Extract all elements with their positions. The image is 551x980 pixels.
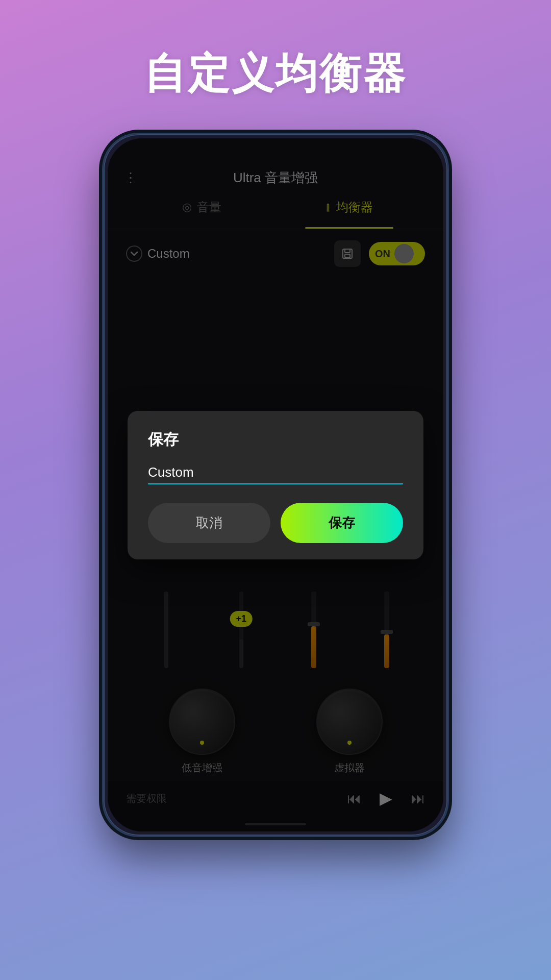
phone-screen: ⋮ Ultra 音量增强 ◎ 音量 ⫿ 均衡器 Custom — [108, 138, 443, 831]
phone-frame: ⋮ Ultra 音量增强 ◎ 音量 ⫿ 均衡器 Custom — [102, 133, 449, 837]
cancel-button[interactable]: 取消 — [148, 503, 270, 543]
dialog-buttons: 取消 保存 — [148, 503, 403, 543]
dialog-name-input[interactable] — [148, 464, 403, 480]
dialog-input-wrap — [148, 464, 403, 484]
page-title: 自定义均衡器 — [144, 46, 407, 102]
save-button[interactable]: 保存 — [281, 503, 403, 543]
dialog-title: 保存 — [148, 429, 403, 450]
save-dialog: 保存 取消 保存 — [128, 411, 423, 559]
dialog-overlay: 保存 取消 保存 — [108, 138, 443, 831]
